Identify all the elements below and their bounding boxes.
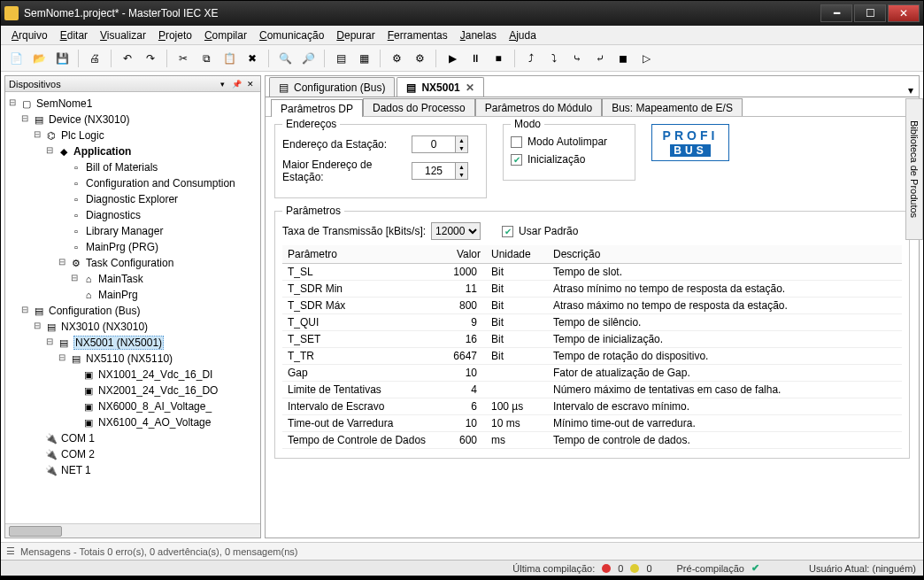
new-icon[interactable]: 📄: [6, 49, 26, 68]
tab-configuration-bus[interactable]: ▤ Configuration (Bus): [269, 77, 395, 97]
itab-0[interactable]: Parâmetros DP: [271, 99, 363, 117]
tab-nx5001[interactable]: ▤ NX5001 ✕: [397, 77, 483, 97]
tree-node[interactable]: ▫Diagnostics: [7, 207, 258, 223]
cut-icon[interactable]: ✂: [173, 49, 193, 68]
pause-icon[interactable]: ⏸: [466, 49, 485, 68]
delete-icon[interactable]: ✖: [243, 49, 262, 68]
itab-1[interactable]: Dados do Processo: [363, 98, 475, 116]
paste-icon[interactable]: 📋: [219, 49, 239, 68]
gear2-icon[interactable]: ⚙: [410, 49, 429, 68]
param-row[interactable]: T_SDR Min11BitAtraso mínimo no tempo de …: [282, 281, 902, 298]
tree-node[interactable]: 🔌NET 1: [7, 462, 258, 478]
stop2-icon[interactable]: ◼: [613, 49, 633, 68]
menu-comunicação[interactable]: Comunicação: [254, 27, 329, 43]
gear-icon[interactable]: ⚙: [387, 49, 406, 68]
refs-icon[interactable]: ▦: [354, 49, 373, 68]
tree-node[interactable]: ⊟▢SemNome1: [7, 96, 258, 112]
tree-node[interactable]: ▫Diagnostic Explorer: [7, 191, 258, 207]
maximize-button[interactable]: ☐: [854, 4, 886, 22]
menu-projeto[interactable]: Projeto: [153, 27, 197, 43]
tree-node[interactable]: 🔌COM 1: [7, 430, 258, 446]
undo-icon[interactable]: ↶: [118, 49, 137, 68]
props-icon[interactable]: ▤: [331, 49, 350, 68]
itab-3[interactable]: Bus: Mapeamento de E/S: [602, 98, 743, 116]
maior-endereco-input[interactable]: ▲▼: [412, 162, 468, 180]
print-icon[interactable]: 🖨: [85, 49, 104, 68]
tree-hscrollbar[interactable]: [5, 523, 260, 537]
menu-arquivo[interactable]: Arquivo: [6, 27, 53, 43]
tree-node[interactable]: ⊟▤Device (NX3010): [7, 112, 258, 128]
play-icon[interactable]: ▶: [443, 49, 462, 68]
tree-node[interactable]: ⊟▤NX5110 (NX5110): [7, 351, 258, 367]
step-into-icon[interactable]: ⤵: [544, 49, 564, 68]
panel-close-icon[interactable]: ✕: [244, 78, 257, 90]
param-row[interactable]: Tempo de Controle de Dados600msTempo de …: [282, 432, 902, 449]
taxa-transmissao-select[interactable]: 12000: [431, 222, 481, 240]
param-row[interactable]: Gap10Fator de atualização de Gap.: [282, 365, 902, 382]
spin-up-icon[interactable]: ▲: [455, 136, 467, 144]
param-row[interactable]: T_QUI9BitTempo de silêncio.: [282, 314, 902, 331]
step-over-icon[interactable]: ⤴: [521, 49, 541, 68]
messages-bar[interactable]: ☰ Mensagens - Totais 0 erro(s), 0 advert…: [1, 542, 923, 560]
spin-up-icon[interactable]: ▲: [455, 163, 467, 171]
param-row[interactable]: Time-out de Varredura1010 msMínimo time-…: [282, 415, 902, 432]
tab-close-icon[interactable]: ✕: [466, 81, 474, 94]
panel-pin-icon[interactable]: 📌: [230, 78, 243, 90]
panel-dropdown-icon[interactable]: ▾: [216, 78, 228, 90]
tree-node[interactable]: ▣NX6100_4_AO_Voltage: [7, 414, 258, 430]
step-return-icon[interactable]: ⤶: [590, 49, 610, 68]
menu-ferramentas[interactable]: Ferramentas: [382, 27, 453, 43]
check-autolimpar[interactable]: [511, 136, 522, 148]
tree-node[interactable]: ⊟▤Configuration (Bus): [7, 303, 258, 319]
redo-icon[interactable]: ↷: [141, 49, 160, 68]
param-row[interactable]: T_SL1000BitTempo de slot.: [282, 264, 902, 281]
tree-node[interactable]: ▣NX1001_24_Vdc_16_DI: [7, 367, 258, 383]
itab-2[interactable]: Parâmetros do Módulo: [475, 98, 602, 116]
check-usar-padrao[interactable]: ✔: [502, 226, 513, 237]
tree-node[interactable]: ▫Bill of Materials: [7, 159, 258, 175]
tree-node[interactable]: ▫Configuration and Consumption: [7, 175, 258, 191]
tree-node[interactable]: ▫Library Manager: [7, 223, 258, 239]
next-icon[interactable]: ▷: [636, 49, 656, 68]
param-row[interactable]: Intervalo de Escravo6100 µsIntervalo de …: [282, 398, 902, 415]
tree-node[interactable]: ⊟⌂MainTask: [7, 271, 258, 287]
tree-node[interactable]: ▫MainPrg (PRG): [7, 239, 258, 255]
find-icon[interactable]: 🔍: [275, 49, 295, 68]
tree-node[interactable]: ⊟◆Application: [7, 143, 258, 159]
tree-node[interactable]: ▣NX2001_24_Vdc_16_DO: [7, 383, 258, 398]
tree-node[interactable]: ⊟▤NX3010 (NX3010): [7, 319, 258, 335]
menu-visualizar[interactable]: Visualizar: [95, 27, 151, 43]
param-row[interactable]: Limite de Tentativas4Número máximo de te…: [282, 382, 902, 398]
minimize-button[interactable]: ━: [820, 4, 852, 22]
endereco-estacao-input[interactable]: ▲▼: [412, 135, 468, 153]
menu-depurar[interactable]: Depurar: [331, 27, 380, 43]
param-row[interactable]: T_TR6647BitTempo de rotação do dispositi…: [282, 348, 902, 365]
menu-janelas[interactable]: Janelas: [455, 27, 502, 43]
spin-down-icon[interactable]: ▼: [455, 171, 467, 179]
tree-node[interactable]: ⌂MainPrg: [7, 287, 258, 303]
menu-ajuda[interactable]: Ajuda: [504, 27, 542, 43]
open-icon[interactable]: 📂: [29, 49, 49, 68]
stop-icon[interactable]: ■: [489, 49, 508, 68]
tree-node[interactable]: ⊟⚙Task Configuration: [7, 255, 258, 271]
replace-icon[interactable]: 🔎: [298, 49, 318, 68]
endereco-value[interactable]: [412, 137, 455, 151]
menu-compilar[interactable]: Compilar: [199, 27, 252, 43]
check-inicializacao[interactable]: ✔: [511, 154, 522, 166]
param-row[interactable]: T_SET16BitTempo de inicialização.: [282, 331, 902, 348]
spin-down-icon[interactable]: ▼: [455, 144, 467, 152]
save-icon[interactable]: 💾: [52, 49, 72, 68]
tree-node[interactable]: ⊟⌬Plc Logic: [7, 128, 258, 143]
step-out-icon[interactable]: ⤷: [567, 49, 587, 68]
menu-editar[interactable]: Editar: [55, 27, 93, 43]
tree-node[interactable]: ▣NX6000_8_AI_Voltage_: [7, 398, 258, 414]
device-tree[interactable]: ⊟▢SemNome1⊟▤Device (NX3010)⊟⌬Plc Logic⊟◆…: [5, 92, 260, 523]
tree-node[interactable]: ⊟▤NX5001 (NX5001): [7, 335, 258, 351]
param-row[interactable]: T_SDR Máx800BitAtraso máximo no tempo de…: [282, 298, 902, 314]
close-button[interactable]: ✕: [888, 4, 920, 22]
copy-icon[interactable]: ⧉: [196, 49, 216, 68]
tabs-dropdown-icon[interactable]: ▾: [908, 84, 913, 97]
biblioteca-produtos-tab[interactable]: Biblioteca de Produtos: [905, 98, 923, 240]
maior-endereco-value[interactable]: [412, 164, 455, 178]
tree-node[interactable]: 🔌COM 2: [7, 446, 258, 462]
